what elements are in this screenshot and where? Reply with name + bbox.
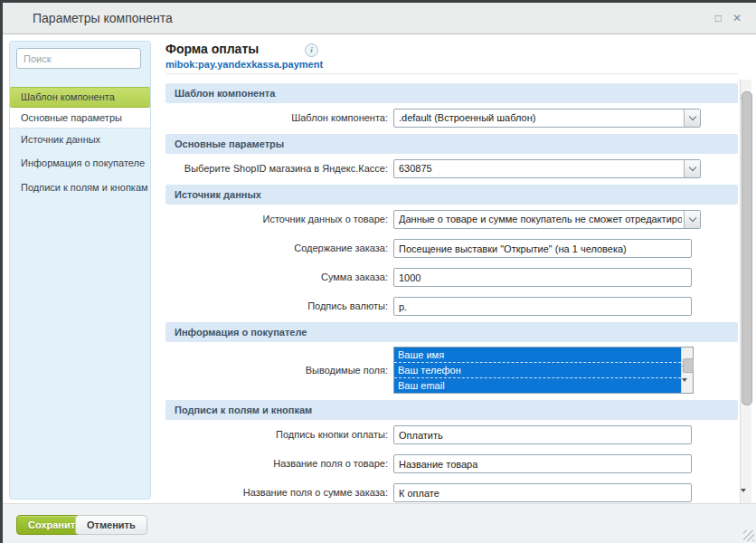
search-input[interactable] <box>16 48 141 69</box>
window-border-left <box>0 0 3 543</box>
field-label: Подпись кнопки оплаты: <box>158 425 393 444</box>
select-value: Данные о товаре и сумме покупатель не см… <box>399 211 682 228</box>
shopid-select[interactable]: 630875 <box>393 159 701 178</box>
chevron-down-icon[interactable] <box>684 110 700 127</box>
multiselect-option-phone[interactable]: Ваш телефон <box>394 363 681 378</box>
component-title: Форма оплаты <box>165 42 735 56</box>
multiselect-option-email[interactable]: Ваш email <box>394 378 681 393</box>
field-label: Выберите ShopID магазина в Яндекс.Кассе: <box>158 159 393 178</box>
form-row: Название поля о сумме заказа: <box>158 483 740 502</box>
form-row: Содержание заказа: <box>158 239 740 258</box>
dialog-titlebar[interactable]: Параметры компонента □ ✕ <box>3 3 756 34</box>
multiselect-option-name[interactable]: Ваше имя <box>394 348 681 363</box>
close-icon[interactable]: ✕ <box>732 13 742 24</box>
scroll-down-icon[interactable] <box>682 382 693 393</box>
sidebar-item-template[interactable]: Шаблон компонента <box>10 87 150 108</box>
sidebar-item-data-source[interactable]: Источник данных <box>10 129 150 149</box>
template-select[interactable]: .default (Встроенный шаблон) <box>393 109 701 128</box>
main-scrollbar <box>740 80 751 503</box>
sidebar-menu: Шаблон компонента Основные параметры Ист… <box>10 87 150 197</box>
product-data-source-select[interactable]: Данные о товаре и сумме покупатель не см… <box>393 210 701 229</box>
currency-label-field[interactable] <box>393 297 692 316</box>
section-header-template: Шаблон компонента <box>165 83 738 103</box>
section-header-captions: Подписи к полям и кнопкам <box>165 400 738 420</box>
sidebar: Шаблон компонента Основные параметры Ист… <box>9 41 151 500</box>
displayed-fields-multiselect[interactable]: Ваше имя Ваш телефон Ваш email <box>393 347 694 394</box>
order-content-field[interactable] <box>393 239 692 258</box>
select-value: .default (Встроенный шаблон) <box>399 110 682 127</box>
section-header-data-source: Источник данных <box>165 185 738 205</box>
dialog-title: Параметры компонента <box>33 3 173 33</box>
multiselect-scrollbar <box>681 348 693 393</box>
field-label: Шаблон компонента: <box>158 109 393 128</box>
sidebar-item-buyer-info[interactable]: Информация о покупателе <box>10 153 150 173</box>
sidebar-item-captions[interactable]: Подписи к полям и кнопкам <box>10 177 150 197</box>
component-name: mibok:pay.yandexkassa.payment <box>165 59 735 70</box>
chevron-down-icon[interactable] <box>684 211 700 228</box>
cancel-button[interactable]: Отменить <box>75 515 147 535</box>
field-label: Сумма заказа: <box>158 268 393 287</box>
section-header-buyer-info: Информация о покупателе <box>165 322 738 342</box>
form-row: Подпись кнопки оплаты: <box>158 425 740 444</box>
pay-button-caption-field[interactable] <box>393 425 692 444</box>
window-controls: □ ✕ <box>715 3 742 33</box>
form-row: Название поля о товаре: <box>158 454 740 473</box>
form-scroll-area: Шаблон компонента Шаблон компонента: .de… <box>158 80 740 503</box>
maximize-icon[interactable]: □ <box>715 13 722 24</box>
select-value: 630875 <box>399 160 682 177</box>
sidebar-item-main-params[interactable]: Основные параметры <box>10 108 150 129</box>
order-sum-field-name-field[interactable] <box>393 483 692 502</box>
header-separator <box>165 73 738 74</box>
component-header: Форма оплаты i mibok:pay.yandexkassa.pay… <box>165 42 735 70</box>
form-row: Подпись валюты: <box>158 297 740 316</box>
scroll-up-icon[interactable] <box>741 80 751 90</box>
multiselect-scroll-thumb[interactable] <box>683 358 694 373</box>
scroll-up-icon[interactable] <box>682 348 693 358</box>
form-row: Выводимые поля: Ваше имя Ваш телефон Ваш… <box>158 347 740 394</box>
multiselect-options: Ваше имя Ваш телефон Ваш email <box>394 348 681 393</box>
field-label: Источник данных о товаре: <box>158 210 393 229</box>
info-icon[interactable]: i <box>305 43 318 57</box>
product-field-name-field[interactable] <box>393 454 692 473</box>
form-row: Сумма заказа: <box>158 268 740 287</box>
order-sum-field[interactable] <box>393 268 692 287</box>
component-parameters-dialog: Параметры компонента □ ✕ Шаблон компонен… <box>0 0 756 543</box>
field-label: Название поля о сумме заказа: <box>158 483 393 502</box>
dialog-footer: Сохранить Отменить <box>3 503 756 543</box>
form-row: Источник данных о товаре: Данные о товар… <box>158 210 740 229</box>
field-label: Название поля о товаре: <box>158 454 393 473</box>
form-row: Шаблон компонента: .default (Встроенный … <box>158 109 740 128</box>
section-header-main-params: Основные параметры <box>165 134 738 154</box>
form-row: Выберите ShopID магазина в Яндекс.Кассе:… <box>158 159 740 178</box>
chevron-down-icon[interactable] <box>684 160 700 177</box>
scroll-down-icon[interactable] <box>741 492 751 503</box>
main-scroll-thumb[interactable] <box>742 91 752 405</box>
resize-grip-icon[interactable] <box>743 530 754 541</box>
field-label: Подпись валюты: <box>158 297 393 316</box>
field-label: Выводимые поля: <box>158 361 393 380</box>
field-label: Содержание заказа: <box>158 239 393 258</box>
